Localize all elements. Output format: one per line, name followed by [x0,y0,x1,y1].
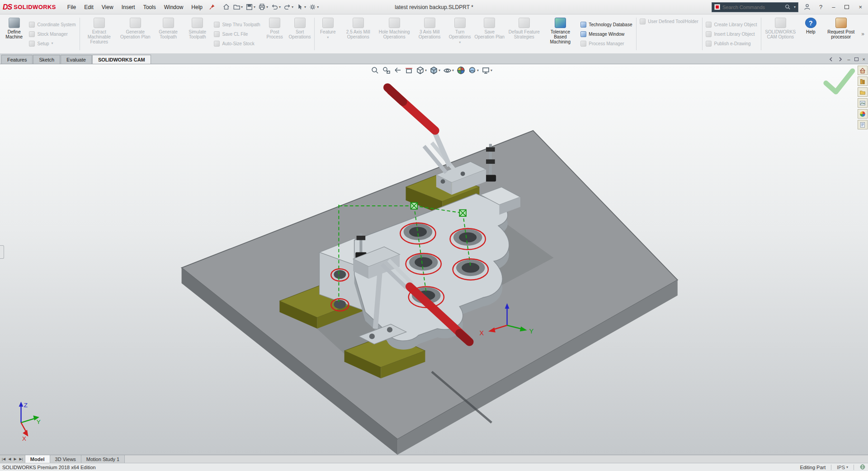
appearances-icon[interactable] [858,109,868,119]
search-icon[interactable] [784,4,791,10]
feature-manager-collapse-handle[interactable] [0,245,4,259]
pin-menu-icon[interactable] [208,4,216,11]
mill-3axis-operations-button[interactable]: 3 Axis Mill Operations [412,15,447,52]
create-library-object-button[interactable]: Create Library Object [703,20,759,29]
technology-database-button[interactable]: Technology Database [578,20,634,29]
apply-scene-dropdown-icon[interactable]: ▾ [477,68,479,72]
undo-dropdown-icon[interactable]: ▾ [279,5,281,9]
design-library-icon[interactable] [858,76,868,86]
next-tab-button[interactable]: ▶ [13,457,17,461]
close-button[interactable]: × [855,4,865,10]
home-button[interactable] [221,2,231,12]
globe-icon[interactable] [859,464,866,471]
save-button[interactable]: ▾ [244,2,257,12]
simulate-toolpath-button[interactable]: Simulate Toolpath [183,15,212,52]
save-cl-file-button[interactable]: Save CL File [212,30,262,38]
menu-window[interactable]: Window [160,3,188,12]
tab-model[interactable]: Model [25,455,50,463]
sort-operations-button[interactable]: Sort Operations [287,15,313,52]
chevron-right-icon[interactable] [838,57,843,62]
maximize-button[interactable] [844,5,849,9]
doc-restore-button[interactable] [854,57,859,61]
turn-operations-button[interactable]: Turn Operations ▾ [447,15,473,52]
select-dropdown-icon[interactable]: ▾ [304,5,306,9]
message-window-button[interactable]: Message Window [578,30,634,38]
save-operation-plan-button[interactable]: Save Operation Plan [473,15,506,52]
solidworks-resources-icon[interactable] [858,66,868,75]
doc-close-button[interactable]: × [863,57,865,62]
default-feature-strategies-button[interactable]: Default Feature Strategies [506,15,542,52]
save-dropdown-icon[interactable]: ▾ [254,5,255,9]
apply-scene-button[interactable]: ▾ [467,65,479,76]
3d-scene[interactable]: Y X Z Y X [0,64,868,455]
view-palette-icon[interactable] [858,98,868,108]
view-settings-button[interactable]: ▾ [481,65,493,76]
publish-edrawing-button[interactable]: Publish e-Drawing [703,39,759,48]
search-dropdown-icon[interactable]: ▾ [794,5,796,9]
request-post-processor-button[interactable]: Request Post processor [823,15,859,52]
process-manager-button[interactable]: Process Manager [578,39,634,48]
view-orientation-dropdown-icon[interactable]: ▾ [425,68,427,72]
search-input[interactable] [722,5,782,10]
hole-machining-operations-button[interactable]: Hole Machining Operations [376,15,412,52]
hide-show-dropdown-icon[interactable]: ▾ [452,68,454,72]
tab-motion-study-1[interactable]: Motion Study 1 [81,455,125,463]
display-style-dropdown-icon[interactable]: ▾ [439,68,440,72]
tab-evaluate[interactable]: Evaluate [61,55,92,64]
solidworks-cam-options-button[interactable]: SOLIDWORKS CAM Options [762,15,798,52]
tab-solidworks-cam[interactable]: SOLIDWORKS CAM [92,55,151,64]
toggle-clamp-rear[interactable] [387,87,496,195]
tab-sketch[interactable]: Sketch [33,55,60,64]
menu-insert[interactable]: Insert [118,3,139,12]
display-style-button[interactable]: ▾ [429,65,441,76]
view-settings-dropdown-icon[interactable]: ▾ [491,68,492,72]
edit-appearance-button[interactable] [456,65,466,76]
options-dropdown-icon[interactable]: ▾ [317,5,319,9]
tab-3d-views[interactable]: 3D Views [50,455,81,463]
user-defined-tool-holder-button[interactable]: User Defined Tool/Holder [637,17,701,26]
coordinate-system-button[interactable]: Coordinate System [27,20,78,29]
step-thru-toolpath-button[interactable]: Step Thru Toolpath [212,20,262,29]
unit-system-selector[interactable]: IPS ▾ [837,465,848,470]
menu-file[interactable]: File [63,3,80,12]
menu-edit[interactable]: Edit [80,3,98,12]
generate-toolpath-button[interactable]: Generate Toolpath [153,15,183,52]
print-dropdown-icon[interactable]: ▾ [266,5,268,9]
previous-view-button[interactable] [393,65,402,76]
chevron-left-icon[interactable] [828,57,834,62]
define-machine-button[interactable]: Define Machine [1,15,27,52]
last-tab-button[interactable]: ▶| [19,457,24,461]
stock-manager-button[interactable]: Stock Manager [27,30,78,38]
search-commands-box[interactable]: ▾ [712,2,798,12]
turn-operations-dropdown-icon[interactable]: ▾ [459,41,461,44]
open-button[interactable]: ▾ [231,2,244,12]
options-gear-button[interactable]: ▾ [307,2,320,12]
custom-properties-icon[interactable] [858,120,868,129]
minimize-button[interactable]: – [829,4,838,10]
doc-minimize-button[interactable]: – [847,57,850,62]
feature-dropdown-icon[interactable]: ▾ [327,36,329,39]
ribbon-overflow-icon[interactable]: » [859,31,867,37]
unit-system-dropdown-icon[interactable]: ▾ [846,465,848,469]
redo-button[interactable]: ▾ [282,2,295,12]
confirmation-checkmark[interactable] [826,71,853,92]
insert-library-object-button[interactable]: Insert Library Object [703,30,759,38]
auto-size-stock-button[interactable]: Auto-Size Stock [212,39,262,48]
select-button[interactable]: ▾ [295,2,307,12]
file-explorer-icon[interactable] [858,87,868,97]
hide-show-items-button[interactable]: ▾ [443,65,454,76]
post-process-button[interactable]: Post Process [263,15,287,52]
section-view-button[interactable] [404,65,414,76]
zoom-to-fit-button[interactable] [370,65,380,76]
tab-features[interactable]: Features [1,55,33,64]
feature-button[interactable]: Feature ▾ [316,15,340,52]
menu-help[interactable]: Help [187,3,207,12]
extract-machinable-features-button[interactable]: Extract Machinable Features [81,15,117,52]
undo-button[interactable]: ▾ [269,2,282,12]
menu-view[interactable]: View [98,3,118,12]
graphics-viewport[interactable]: Y X Z Y X [0,64,868,455]
setup-dropdown-icon[interactable]: ▾ [52,42,53,45]
prev-tab-button[interactable]: ◀ [8,457,11,461]
view-orientation-button[interactable]: ▾ [415,65,427,76]
redo-dropdown-icon[interactable]: ▾ [292,5,293,9]
